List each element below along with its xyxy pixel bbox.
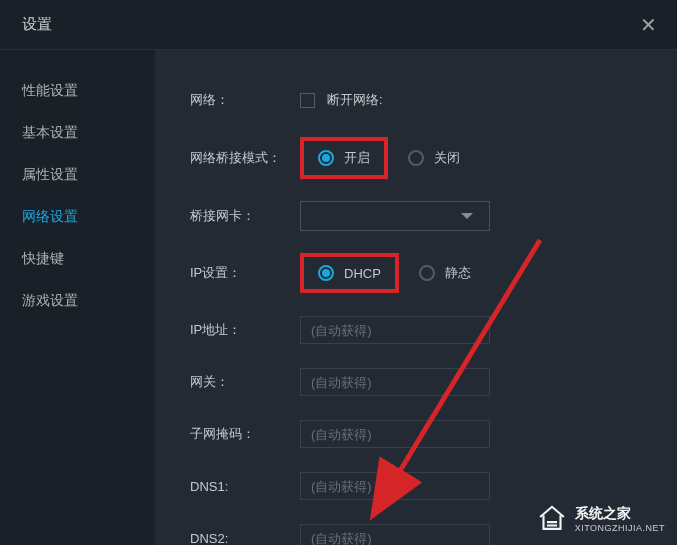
radio-bridge-on[interactable]: 开启 [318,149,370,167]
input-dns2[interactable] [300,524,490,545]
highlight-bridge-on: 开启 [300,137,388,179]
label-ip-setting: IP设置： [190,264,300,282]
input-subnet[interactable] [300,420,490,448]
label-bridge-nic: 桥接网卡： [190,207,300,225]
radio-label-off: 关闭 [434,149,460,167]
main-container: 性能设置 基本设置 属性设置 网络设置 快捷键 游戏设置 网络： 断开网络: 网… [0,50,677,545]
input-gateway[interactable] [300,368,490,396]
radio-bridge-off[interactable]: 关闭 [408,149,460,167]
row-subnet: 子网掩码： [190,419,677,449]
sidebar-item-performance[interactable]: 性能设置 [0,70,155,112]
row-ip-addr: IP地址： [190,315,677,345]
window-title: 设置 [22,15,52,34]
sidebar-item-basic[interactable]: 基本设置 [0,112,155,154]
close-icon[interactable]: ✕ [640,15,657,35]
chevron-down-icon [461,213,473,219]
radio-label-static: 静态 [445,264,471,282]
row-gateway: 网关： [190,367,677,397]
row-ip-setting: IP设置： DHCP 静态 [190,253,677,293]
radio-icon [419,265,435,281]
label-gateway: 网关： [190,373,300,391]
row-dns2: DNS2: [190,523,677,545]
sidebar: 性能设置 基本设置 属性设置 网络设置 快捷键 游戏设置 [0,50,155,545]
checkbox-icon [300,93,315,108]
input-ip-addr[interactable] [300,316,490,344]
sidebar-item-network[interactable]: 网络设置 [0,196,155,238]
row-network: 网络： 断开网络: [190,85,677,115]
label-bridge-mode: 网络桥接模式： [190,149,300,167]
radio-label-on: 开启 [344,149,370,167]
radio-icon [408,150,424,166]
label-dns1: DNS1: [190,479,300,494]
label-network: 网络： [190,91,300,109]
row-dns1: DNS1: [190,471,677,501]
sidebar-item-shortcut[interactable]: 快捷键 [0,238,155,280]
label-subnet: 子网掩码： [190,425,300,443]
row-bridge-nic: 桥接网卡： [190,201,677,231]
row-bridge-mode: 网络桥接模式： 开启 关闭 [190,137,677,179]
label-ip-addr: IP地址： [190,321,300,339]
checkbox-disconnect-network[interactable]: 断开网络: [300,91,383,109]
radio-icon [318,265,334,281]
radio-icon [318,150,334,166]
select-bridge-nic[interactable] [300,201,490,231]
radio-ip-static[interactable]: 静态 [419,264,471,282]
sidebar-item-property[interactable]: 属性设置 [0,154,155,196]
label-dns2: DNS2: [190,531,300,546]
window-header: 设置 ✕ [0,0,677,50]
radio-label-dhcp: DHCP [344,266,381,281]
radio-ip-dhcp[interactable]: DHCP [318,265,381,281]
checkbox-label: 断开网络: [327,91,383,109]
content-panel: 网络： 断开网络: 网络桥接模式： 开启 关闭 桥接网卡： [155,50,677,545]
input-dns1[interactable] [300,472,490,500]
sidebar-item-game[interactable]: 游戏设置 [0,280,155,322]
highlight-ip-dhcp: DHCP [300,253,399,293]
